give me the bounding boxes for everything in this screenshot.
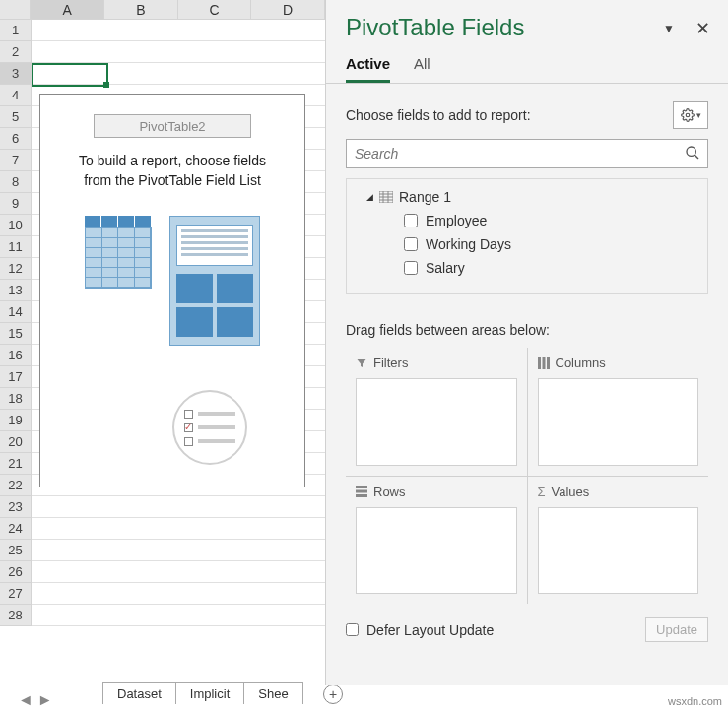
col-header-d[interactable]: D xyxy=(251,0,325,19)
pivot-illustration xyxy=(40,216,304,346)
spreadsheet-grid: A B C D 12345678910111213141516171819202… xyxy=(0,0,325,689)
choose-fields-label: Choose fields to add to report: xyxy=(346,107,531,123)
sheet-tab-implicit[interactable]: Implicit xyxy=(175,682,244,704)
svg-line-2 xyxy=(695,155,698,159)
panel-title: PivotTable Fields xyxy=(346,14,708,41)
sheet-tab-dataset[interactable]: Dataset xyxy=(102,682,176,704)
field-checkbox-salary[interactable] xyxy=(404,261,418,275)
table-node[interactable]: ◢ Range 1 xyxy=(366,189,688,205)
cell-selection[interactable] xyxy=(32,63,108,87)
tab-all[interactable]: All xyxy=(414,55,430,83)
row-header[interactable]: 8 xyxy=(0,171,32,193)
values-area[interactable]: Σ Values xyxy=(528,477,709,605)
add-sheet-button[interactable]: + xyxy=(323,684,343,704)
defer-checkbox[interactable] xyxy=(346,623,359,636)
row-header[interactable]: 17 xyxy=(0,366,32,388)
row-header[interactable]: 12 xyxy=(0,258,32,280)
row-header[interactable]: 14 xyxy=(0,301,32,323)
search-icon[interactable] xyxy=(685,145,700,161)
svg-rect-12 xyxy=(356,486,367,488)
svg-point-1 xyxy=(687,147,695,156)
pivottable-placeholder[interactable]: PivotTable2 To build a report, choose fi… xyxy=(39,94,305,488)
pivot-instruction-1: To build a report, choose fields xyxy=(40,152,304,171)
row-header[interactable]: 21 xyxy=(0,453,32,475)
row-header[interactable]: 20 xyxy=(0,431,32,453)
row-header[interactable]: 24 xyxy=(0,518,32,540)
row-header[interactable]: 1 xyxy=(0,20,32,41)
col-header-c[interactable]: C xyxy=(178,0,252,19)
panel-tabs: Active All xyxy=(326,41,728,84)
pivot-instruction-2: from the PivotTable Field List xyxy=(40,171,304,191)
row-header[interactable]: 4 xyxy=(0,85,32,106)
field-checkbox-employee[interactable] xyxy=(404,214,418,228)
gear-icon xyxy=(681,108,695,122)
table-name-label: Range 1 xyxy=(399,189,451,205)
col-header-a[interactable]: A xyxy=(31,0,104,19)
row-header[interactable]: 3 xyxy=(0,63,32,85)
field-employee[interactable]: Employee xyxy=(404,213,688,228)
sheet-nav-buttons[interactable]: ◄ ► xyxy=(18,691,53,709)
field-working-days[interactable]: Working Days xyxy=(404,236,688,252)
defer-layout-checkbox[interactable]: Defer Layout Update xyxy=(346,622,494,638)
pivottable-fields-panel: PivotTable Fields ▼ ✕ Active All Choose … xyxy=(325,0,728,685)
row-header[interactable]: 28 xyxy=(0,605,32,626)
row-header[interactable]: 2 xyxy=(0,41,32,63)
sigma-icon: Σ xyxy=(538,485,546,499)
row-header[interactable]: 9 xyxy=(0,193,32,215)
table-icon xyxy=(379,191,393,203)
row-header[interactable]: 22 xyxy=(0,475,32,496)
field-label: Employee xyxy=(426,213,487,228)
area-label: Filters xyxy=(373,356,408,370)
row-header[interactable]: 7 xyxy=(0,150,32,171)
col-header-b[interactable]: B xyxy=(104,0,178,19)
row-header[interactable]: 25 xyxy=(0,540,32,561)
columns-area[interactable]: Columns xyxy=(528,348,709,476)
triangle-right-icon[interactable]: ► xyxy=(37,691,53,709)
column-headers: A B C D xyxy=(0,0,325,20)
collapse-icon[interactable]: ◢ xyxy=(366,192,373,202)
defer-label: Defer Layout Update xyxy=(366,622,494,638)
triangle-left-icon[interactable]: ◄ xyxy=(18,691,33,709)
tools-button[interactable]: ▾ xyxy=(673,101,708,129)
svg-rect-9 xyxy=(538,358,541,369)
svg-rect-11 xyxy=(547,358,550,369)
row-header[interactable]: 16 xyxy=(0,345,32,366)
select-all-corner[interactable] xyxy=(0,0,31,19)
update-button[interactable]: Update xyxy=(645,618,708,642)
field-salary[interactable]: Salary xyxy=(404,260,688,276)
rows-icon xyxy=(356,486,367,497)
svg-rect-14 xyxy=(356,494,367,497)
field-label: Working Days xyxy=(426,236,511,252)
field-list: ◢ Range 1 Employee Working Days Salary xyxy=(346,178,708,294)
close-icon[interactable]: ✕ xyxy=(695,18,710,39)
tab-active[interactable]: Active xyxy=(346,55,390,83)
search-input[interactable] xyxy=(346,139,708,168)
area-label: Values xyxy=(552,485,590,499)
row-header[interactable]: 6 xyxy=(0,128,32,150)
panel-options-dropdown[interactable]: ▼ xyxy=(663,22,675,35)
zoom-illustration xyxy=(172,390,247,465)
pivottable-name-box: PivotTable2 xyxy=(94,114,251,138)
drop-areas: Filters Columns Rows Σ Values xyxy=(346,348,708,604)
row-header[interactable]: 10 xyxy=(0,215,32,236)
row-header[interactable]: 13 xyxy=(0,280,32,301)
area-label: Columns xyxy=(556,356,606,370)
row-header[interactable]: 19 xyxy=(0,410,32,431)
row-header[interactable]: 27 xyxy=(0,583,32,605)
filters-area[interactable]: Filters xyxy=(346,348,527,476)
rows-area[interactable]: Rows xyxy=(346,477,527,605)
svg-rect-10 xyxy=(542,358,545,369)
svg-rect-13 xyxy=(356,490,367,493)
row-header[interactable]: 15 xyxy=(0,323,32,345)
row-header[interactable]: 23 xyxy=(0,496,32,518)
row-header[interactable]: 26 xyxy=(0,561,32,583)
filter-icon xyxy=(356,358,367,369)
sheet-tab-extra[interactable]: Shee xyxy=(243,682,302,704)
drag-instruction: Drag fields between areas below: xyxy=(326,294,728,348)
row-header[interactable]: 11 xyxy=(0,236,32,258)
svg-point-0 xyxy=(686,113,690,117)
area-label: Rows xyxy=(373,485,406,499)
row-header[interactable]: 5 xyxy=(0,106,32,128)
row-header[interactable]: 18 xyxy=(0,388,32,410)
field-checkbox-working-days[interactable] xyxy=(404,237,418,251)
